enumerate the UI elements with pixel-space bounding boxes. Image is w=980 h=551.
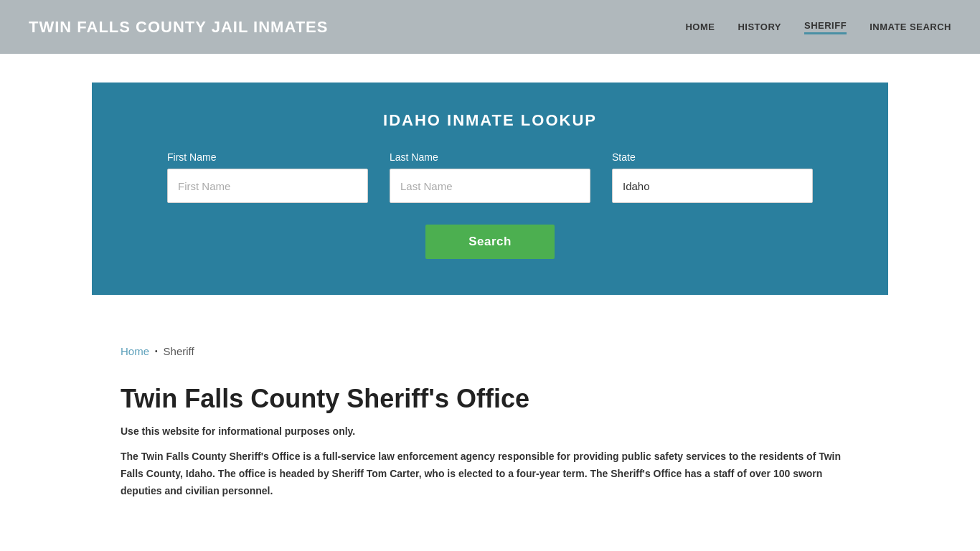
lookup-title: IDAHO INMATE LOOKUP	[106, 111, 874, 130]
state-label: State	[612, 151, 636, 163]
state-group: State	[612, 151, 813, 203]
main-nav: HOME HISTORY SHERIFF INMATE SEARCH	[685, 20, 951, 34]
state-input[interactable]	[612, 169, 813, 203]
last-name-label: Last Name	[390, 151, 438, 163]
breadcrumb-current: Sheriff	[164, 345, 194, 357]
search-button[interactable]: Search	[425, 225, 555, 259]
nav-inmate-search[interactable]: INMATE SEARCH	[870, 22, 951, 32]
disclaimer-text: Use this website for informational purpo…	[121, 425, 859, 437]
first-name-group: First Name	[167, 151, 368, 203]
breadcrumb-separator: •	[155, 347, 158, 355]
last-name-group: Last Name	[390, 151, 590, 203]
last-name-input[interactable]	[390, 169, 590, 203]
first-name-label: First Name	[167, 151, 216, 163]
site-title: TWIN FALLS COUNTY JAIL INMATES	[29, 18, 328, 37]
breadcrumb: Home • Sheriff	[121, 345, 859, 357]
inmate-lookup-section: IDAHO INMATE LOOKUP First Name Last Name…	[92, 83, 888, 295]
page-heading: Twin Falls County Sheriff's Office	[121, 383, 859, 414]
nav-history[interactable]: HISTORY	[738, 22, 781, 32]
breadcrumb-home[interactable]: Home	[121, 345, 149, 357]
main-content: Home • Sheriff Twin Falls County Sheriff…	[92, 324, 888, 529]
search-form-row: First Name Last Name State	[106, 151, 874, 203]
site-header: TWIN FALLS COUNTY JAIL INMATES HOME HIST…	[0, 0, 980, 54]
nav-sheriff[interactable]: SHERIFF	[804, 20, 847, 34]
nav-home[interactable]: HOME	[685, 22, 715, 32]
first-name-input[interactable]	[167, 169, 368, 203]
description-text: The Twin Falls County Sheriff's Office i…	[121, 448, 859, 499]
